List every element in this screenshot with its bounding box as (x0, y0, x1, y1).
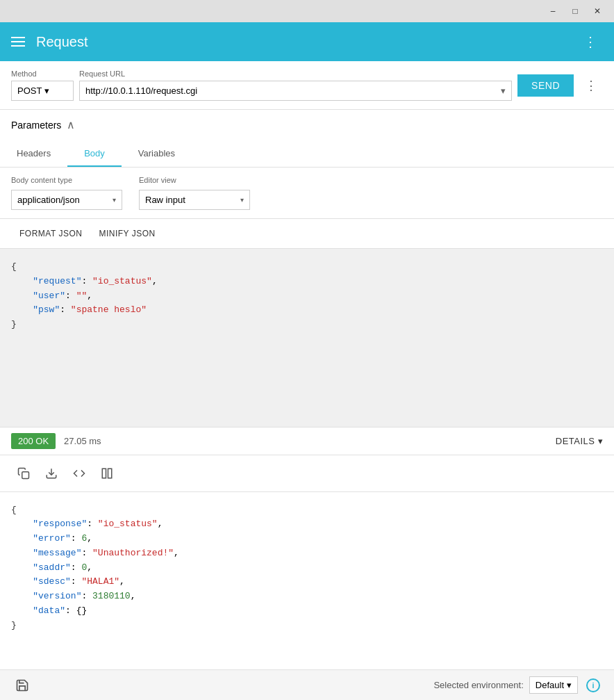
content-type-value: application/json (17, 195, 110, 205)
info-button[interactable]: i (583, 676, 603, 695)
editor-view-value: Raw input (145, 195, 238, 205)
app-title: Request (36, 34, 578, 50)
body-controls: Body content type application/json ▾ Edi… (0, 168, 614, 219)
url-input-wrapper: ▾ (79, 81, 512, 101)
parameters-header[interactable]: Parameters ∧ (0, 110, 614, 140)
code-line: "user": "", (11, 289, 603, 304)
response-toolbar (0, 455, 614, 492)
hamburger-icon[interactable] (11, 37, 25, 47)
minimize-button[interactable]: – (542, 0, 564, 22)
format-json-button[interactable]: FORMAT JSON (11, 225, 90, 243)
method-select[interactable]: POST ▾ (11, 81, 74, 101)
method-label: Method (11, 70, 74, 78)
url-dropdown-button[interactable]: ▾ (495, 81, 511, 100)
code-view-button[interactable] (67, 461, 92, 486)
content-type-group: Body content type application/json ▾ (11, 176, 122, 210)
send-button[interactable]: SEND (517, 74, 574, 97)
url-section: Request URL ▾ (79, 70, 512, 101)
editor-view-dropdown-arrow: ▾ (240, 196, 244, 204)
details-chevron-icon: ▾ (598, 436, 604, 446)
url-bar: Method POST ▾ Request URL ▾ SEND ⋮ (0, 61, 614, 110)
close-button[interactable]: ✕ (586, 0, 608, 22)
app-header: Request ⋮ (0, 22, 614, 61)
method-dropdown-arrow: ▾ (44, 86, 49, 96)
tab-headers[interactable]: Headers (0, 140, 67, 167)
code-line: } (11, 318, 603, 332)
env-value: Default (536, 680, 564, 690)
copy-button[interactable] (11, 461, 36, 486)
url-more-icon[interactable]: ⋮ (579, 72, 603, 99)
editor-view-group: Editor view Raw input ▾ (139, 176, 250, 210)
code-line: { (11, 503, 603, 518)
code-line: "message": "Unauthorized!", (11, 546, 603, 561)
url-input[interactable] (80, 81, 495, 100)
code-line: { (11, 260, 603, 275)
response-status-bar: 200 OK 27.05 ms DETAILS ▾ (0, 427, 614, 455)
download-button[interactable] (39, 461, 64, 486)
url-label: Request URL (79, 70, 512, 78)
title-bar: – □ ✕ (0, 0, 614, 22)
header-more-icon[interactable]: ⋮ (578, 28, 603, 56)
method-section: Method POST ▾ (11, 70, 74, 101)
details-button[interactable]: DETAILS ▾ (556, 436, 603, 446)
env-select[interactable]: Default ▾ (529, 676, 578, 694)
tab-body[interactable]: Body (67, 140, 122, 167)
svg-rect-2 (102, 469, 106, 478)
main-content: Method POST ▾ Request URL ▾ SEND ⋮ Param… (0, 61, 614, 669)
bottom-bar: Selected environment: Default ▾ i (0, 669, 614, 700)
request-code-editor[interactable]: { "request": "io_status", "user": "", "p… (0, 249, 614, 427)
parameters-chevron-icon: ∧ (67, 118, 75, 131)
code-line: "saddr": 0, (11, 561, 603, 576)
code-line: "error": 6, (11, 532, 603, 546)
minify-json-button[interactable]: MINIFY JSON (90, 225, 163, 243)
response-time: 27.05 ms (64, 436, 556, 446)
columns-view-button[interactable] (94, 461, 119, 486)
save-button[interactable] (11, 674, 33, 697)
status-badge: 200 OK (11, 433, 56, 449)
content-type-label: Body content type (11, 176, 122, 184)
info-icon: i (586, 678, 600, 692)
code-line: "version": 3180110, (11, 589, 603, 604)
tabs-bar: Headers Body Variables (0, 140, 614, 168)
code-line: "response": "io_status", (11, 517, 603, 532)
method-value: POST (17, 86, 42, 96)
svg-rect-0 (22, 471, 29, 478)
response-body: { "response": "io_status", "error": 6, "… (0, 492, 614, 670)
code-line: "sdesc": "HALA1", (11, 575, 603, 589)
content-type-select[interactable]: application/json ▾ (11, 190, 122, 210)
env-label: Selected environment: (433, 680, 523, 690)
code-line: "data": {} (11, 604, 603, 619)
format-buttons: FORMAT JSON MINIFY JSON (0, 219, 614, 249)
content-type-dropdown-arrow: ▾ (113, 196, 116, 204)
editor-view-label: Editor view (139, 176, 250, 184)
env-dropdown-arrow: ▾ (567, 680, 572, 690)
editor-view-select[interactable]: Raw input ▾ (139, 190, 250, 210)
svg-rect-3 (108, 469, 112, 478)
parameters-title: Parameters (11, 120, 61, 131)
maximize-button[interactable]: □ (564, 0, 586, 22)
environment-section: Selected environment: Default ▾ i (433, 676, 603, 695)
code-line: "request": "io_status", (11, 275, 603, 289)
code-line: } (11, 619, 603, 633)
code-line: "psw": "spatne heslo" (11, 303, 603, 318)
tab-variables[interactable]: Variables (122, 140, 192, 167)
